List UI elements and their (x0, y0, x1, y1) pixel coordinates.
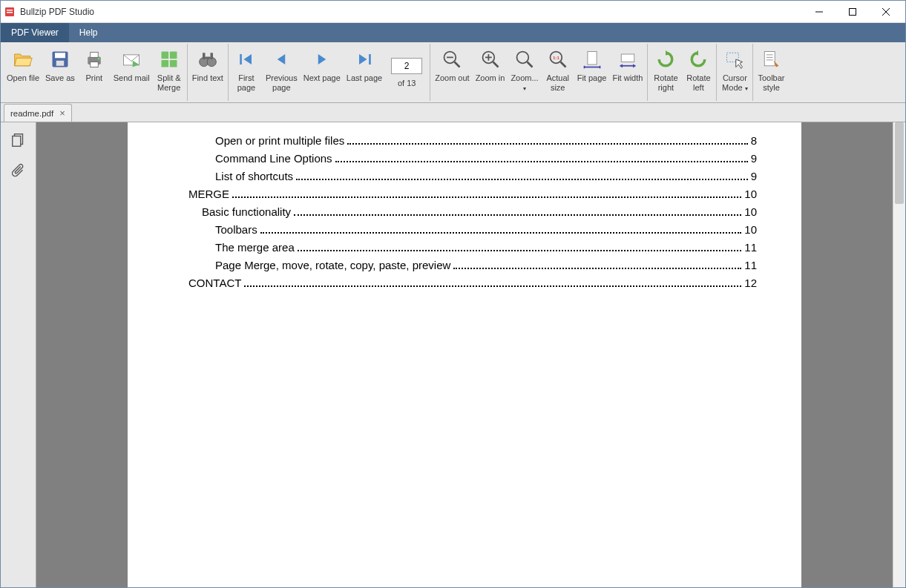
svg-rect-4 (849, 8, 856, 15)
menu-pdf-viewer[interactable]: PDF Viewer (1, 23, 69, 42)
zoom-out-button[interactable]: Zoom out (432, 44, 472, 101)
attachments-panel-button[interactable] (8, 161, 29, 182)
rotate-right-icon (655, 49, 676, 70)
previous-page-button[interactable]: Previous page (263, 44, 301, 101)
rotate-right-button[interactable]: Rotate right (649, 44, 682, 101)
page-number-group: of 13 (385, 44, 428, 101)
next-page-icon (312, 49, 332, 70)
rotate-left-button[interactable]: Rotate left (682, 44, 715, 101)
last-page-icon (354, 49, 375, 70)
svg-rect-18 (170, 60, 177, 67)
tabbar: readme.pdf × (1, 103, 905, 122)
viewer: Open or print multiple files8Command Lin… (36, 122, 905, 587)
toc-entry: Basic functionality10 (202, 205, 757, 219)
send-mail-button[interactable]: Send mail (111, 44, 153, 101)
tab-close-button[interactable]: × (59, 108, 65, 119)
svg-line-34 (528, 62, 533, 67)
zoom-in-icon (480, 49, 501, 70)
minimize-button[interactable] (802, 1, 836, 22)
save-as-button[interactable]: Save as (42, 44, 78, 101)
svg-point-33 (517, 52, 529, 64)
svg-rect-25 (369, 54, 371, 65)
print-icon (84, 49, 105, 70)
toolbar-style-icon (761, 49, 781, 70)
document-tab[interactable]: readme.pdf × (4, 104, 72, 122)
fit-width-button[interactable]: Fit width (609, 44, 646, 101)
svg-line-36 (560, 62, 565, 67)
zoom-in-button[interactable]: Zoom in (473, 44, 508, 101)
app-icon (4, 6, 16, 18)
svg-rect-38 (587, 52, 596, 65)
zoom-out-icon (441, 49, 462, 70)
titlebar: Bullzip PDF Studio (1, 1, 905, 23)
toc-entry: Command Line Options9 (215, 152, 757, 165)
svg-rect-24 (240, 54, 242, 65)
scrollbar-thumb[interactable] (895, 122, 904, 204)
print-button[interactable]: Print (78, 44, 111, 101)
toc-entry: Open or print multiple files8 (215, 134, 757, 148)
page-total-label: of 13 (398, 79, 416, 87)
tab-filename: readme.pdf (10, 109, 53, 118)
content-area: Open or print multiple files8Command Lin… (1, 122, 905, 587)
toc-entry: The merge area11 (215, 241, 757, 254)
svg-line-30 (493, 62, 498, 67)
paperclip-icon (10, 163, 27, 179)
svg-rect-8 (55, 53, 65, 58)
viewer-canvas[interactable]: Open or print multiple files8Command Lin… (36, 122, 893, 587)
last-page-button[interactable]: Last page (344, 44, 385, 101)
menubar: PDF Viewer Help (1, 23, 905, 42)
toc-entry: CONTACT12 (188, 277, 757, 290)
first-page-icon (236, 49, 257, 70)
svg-rect-22 (210, 53, 213, 59)
prev-page-icon (271, 49, 292, 70)
toolbar: Open file Save as Print Send mail Split … (1, 42, 905, 103)
pages-icon (10, 132, 27, 148)
actual-size-button[interactable]: 1:1 Actual size (542, 44, 574, 101)
chevron-down-icon: ▾ (523, 85, 526, 92)
fit-width-icon (617, 49, 638, 70)
svg-rect-17 (161, 60, 168, 67)
svg-rect-2 (7, 12, 13, 13)
next-page-button[interactable]: Next page (301, 44, 344, 101)
svg-rect-12 (91, 62, 99, 67)
menu-help[interactable]: Help (69, 23, 108, 42)
actual-size-icon: 1:1 (548, 49, 568, 70)
open-file-button[interactable]: Open file (4, 44, 42, 101)
svg-rect-45 (765, 52, 775, 66)
maximize-button[interactable] (836, 1, 869, 22)
svg-rect-42 (621, 54, 634, 62)
svg-rect-9 (56, 61, 65, 66)
svg-rect-23 (205, 57, 210, 59)
chevron-down-icon: ▾ (745, 85, 748, 92)
pages-panel-button[interactable] (8, 130, 29, 151)
toc-entry: Page Merge, move, rotate, copy, paste, p… (215, 259, 757, 272)
svg-rect-11 (91, 52, 99, 57)
page-number-input[interactable] (391, 58, 422, 74)
fit-page-icon (582, 49, 603, 70)
pdf-page: Open or print multiple files8Command Lin… (128, 122, 801, 587)
svg-text:1:1: 1:1 (553, 55, 559, 60)
svg-rect-21 (203, 53, 206, 59)
close-button[interactable] (869, 1, 902, 22)
svg-line-27 (455, 62, 460, 67)
find-text-button[interactable]: Find text (189, 44, 226, 101)
svg-rect-16 (170, 52, 177, 59)
toc-entry: List of shortcuts9 (215, 170, 757, 183)
mail-icon (121, 49, 142, 70)
folder-open-icon (13, 49, 33, 70)
toc-entry: MERGE10 (188, 188, 757, 201)
cursor-mode-button[interactable]: Cursor Mode ▾ (718, 44, 751, 101)
zoom-icon (514, 49, 535, 70)
toc-entry: Toolbars10 (215, 223, 757, 237)
svg-point-13 (98, 58, 100, 60)
binoculars-icon (197, 49, 218, 70)
svg-rect-50 (12, 136, 20, 147)
first-page-button[interactable]: First page (230, 44, 263, 101)
vertical-scrollbar[interactable] (893, 122, 905, 587)
toolbar-style-button[interactable]: Toolbar style (755, 44, 787, 101)
zoom-dropdown-button[interactable]: Zoom...▾ (508, 44, 541, 101)
fit-page-button[interactable]: Fit page (574, 44, 610, 101)
split-merge-button[interactable]: Split & Merge (153, 44, 186, 101)
save-icon (50, 49, 70, 70)
svg-rect-15 (161, 52, 168, 59)
